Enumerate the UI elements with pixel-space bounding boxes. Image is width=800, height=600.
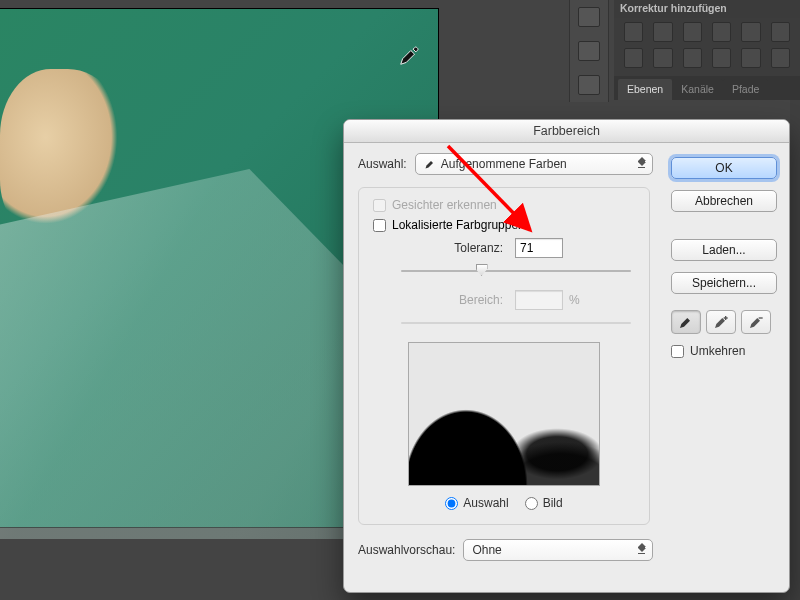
adjustment-icon[interactable]: [653, 48, 672, 68]
adjustment-icon[interactable]: [741, 22, 760, 42]
localized-label: Lokalisierte Farbgruppen: [392, 218, 525, 232]
eyedropper-icon[interactable]: [671, 310, 701, 334]
cancel-button[interactable]: Abbrechen: [671, 190, 777, 212]
range-input: [515, 290, 563, 310]
preview-mode-value: Ohne: [472, 543, 501, 557]
dock-icon[interactable]: [578, 7, 600, 27]
adjustments-panel: [614, 18, 800, 82]
eyedropper-plus-icon[interactable]: [706, 310, 736, 334]
selection-combo-value: Aufgenommene Farben: [441, 157, 567, 171]
dialog-title: Farbbereich: [344, 120, 789, 143]
localized-checkbox[interactable]: Lokalisierte Farbgruppen: [373, 218, 635, 232]
eyedropper-cursor-icon: [398, 45, 420, 67]
range-label: Bereich:: [373, 293, 503, 307]
adjustments-panel-title: Korrektur hinzufügen: [614, 0, 800, 18]
radio-selection[interactable]: Auswahl: [445, 496, 508, 510]
eyedropper-tools: [671, 310, 777, 334]
options-group: Gesichter erkennen Lokalisierte Farbgrup…: [358, 187, 650, 525]
adjustment-icon[interactable]: [653, 22, 672, 42]
tab-layers[interactable]: Ebenen: [618, 79, 672, 100]
selection-preview: [408, 342, 600, 486]
preview-mode-label: Auswahlvorschau:: [358, 543, 455, 557]
tab-channels[interactable]: Kanäle: [672, 79, 723, 100]
tolerance-slider[interactable]: [401, 264, 631, 278]
side-dock: [569, 0, 609, 102]
save-button[interactable]: Speichern...: [671, 272, 777, 294]
dock-icon[interactable]: [578, 41, 600, 61]
radio-image-label: Bild: [543, 496, 563, 510]
adjustment-icon[interactable]: [624, 22, 643, 42]
adjustment-icon[interactable]: [771, 48, 790, 68]
tab-paths[interactable]: Pfade: [723, 79, 768, 100]
eyedropper-icon: [424, 158, 436, 170]
selection-combo[interactable]: Aufgenommene Farben: [415, 153, 653, 175]
selection-label: Auswahl:: [358, 157, 407, 171]
adjustment-icon[interactable]: [683, 22, 702, 42]
range-unit: %: [569, 293, 580, 307]
color-range-dialog: Farbbereich Auswahl: Aufgenommene Farben…: [343, 119, 790, 593]
invert-label: Umkehren: [690, 344, 745, 358]
adjustment-icon[interactable]: [624, 48, 643, 68]
radio-image[interactable]: Bild: [525, 496, 563, 510]
adjustment-icon[interactable]: [771, 22, 790, 42]
adjustment-icon[interactable]: [741, 48, 760, 68]
detect-faces-label: Gesichter erkennen: [392, 198, 497, 212]
preview-mode-combo[interactable]: Ohne: [463, 539, 653, 561]
radio-selection-label: Auswahl: [463, 496, 508, 510]
layers-panel-tabs: Ebenen Kanäle Pfade: [614, 76, 800, 100]
adjustment-icon[interactable]: [712, 22, 731, 42]
tolerance-input[interactable]: [515, 238, 563, 258]
eyedropper-minus-icon[interactable]: [741, 310, 771, 334]
dock-icon[interactable]: [578, 75, 600, 95]
adjustment-icon[interactable]: [683, 48, 702, 68]
svg-rect-0: [759, 317, 763, 318]
adjustment-icon[interactable]: [712, 48, 731, 68]
range-slider: [401, 316, 631, 330]
invert-checkbox[interactable]: Umkehren: [671, 344, 777, 358]
load-button[interactable]: Laden...: [671, 239, 777, 261]
detect-faces-checkbox: Gesichter erkennen: [373, 198, 635, 212]
ok-button[interactable]: OK: [671, 157, 777, 179]
panel-edge: [790, 100, 800, 600]
tolerance-label: Toleranz:: [373, 241, 503, 255]
